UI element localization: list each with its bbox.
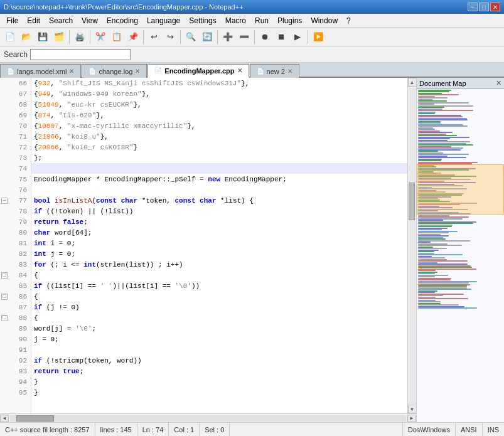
- tab-close-encoding[interactable]: ✕: [237, 67, 242, 74]
- run-button[interactable]: ▶️: [311, 29, 326, 45]
- map-line: [418, 132, 453, 133]
- code-line-68: {51949, "euc-kr csEUCKR"},: [31, 99, 407, 110]
- line-number-76: 76: [0, 184, 31, 195]
- code-line-84: {: [31, 270, 407, 280]
- line-number-90: 90: [0, 334, 31, 344]
- new-button[interactable]: 📄: [3, 29, 18, 45]
- doc-map-close-button[interactable]: ✕: [496, 79, 501, 87]
- menu-item-file[interactable]: File: [3, 15, 22, 26]
- print-button[interactable]: 🖨️: [72, 29, 87, 45]
- menu-item-view[interactable]: View: [78, 15, 102, 26]
- line-number-72: 72: [0, 142, 31, 152]
- code-line-87: if (j != 0): [31, 302, 407, 312]
- menu-item-settings[interactable]: Settings: [185, 15, 220, 26]
- token: }: [34, 389, 38, 396]
- open-button[interactable]: 📂: [19, 29, 34, 45]
- scroll-track[interactable]: [409, 87, 416, 404]
- map-line: [418, 107, 444, 108]
- token: "koi8_u": [67, 133, 100, 141]
- menu-item-run[interactable]: Run: [251, 15, 272, 26]
- scroll-right-button[interactable]: ▶: [407, 415, 416, 422]
- scroll-left-button[interactable]: ◀: [0, 415, 9, 422]
- tab-langs[interactable]: 📄langs.model.xml✕: [0, 64, 81, 78]
- undo-button[interactable]: ↩: [146, 29, 161, 45]
- h-scroll-thumb[interactable]: [16, 415, 54, 422]
- paste-button[interactable]: 📌: [126, 29, 141, 45]
- map-line: [418, 135, 457, 136]
- macro-play-button[interactable]: ▶: [290, 29, 305, 45]
- scroll-down-button[interactable]: ▼: [408, 405, 417, 413]
- macro-record-button[interactable]: ⏺: [257, 29, 272, 45]
- code-line-74: [31, 163, 407, 174]
- status-length: C++ source fil length : 8257: [0, 423, 95, 436]
- find-button[interactable]: 🔍: [183, 29, 198, 45]
- code-line-90: j = 0;: [31, 334, 407, 344]
- token: 949: [38, 90, 51, 98]
- save-button[interactable]: 💾: [35, 29, 50, 45]
- menu-item-?[interactable]: ?: [343, 15, 355, 26]
- token: ((list[i] ==: [42, 282, 100, 290]
- maximize-button[interactable]: □: [479, 3, 489, 11]
- token: =: [195, 176, 208, 183]
- zoom-out-button[interactable]: ➖: [237, 29, 252, 45]
- menu-item-window[interactable]: Window: [307, 15, 341, 26]
- code-line-89: word[j] = '\0';: [31, 323, 407, 334]
- vertical-scrollbar[interactable]: ▲ ▼: [407, 78, 416, 413]
- line-number-71: 71: [0, 131, 31, 142]
- token: *list): [217, 197, 245, 205]
- toolbar-sep-7: [308, 30, 308, 44]
- fold-button-77[interactable]: −: [1, 198, 8, 204]
- token: 932: [38, 80, 51, 87]
- redo-button[interactable]: ↪: [163, 29, 178, 45]
- copy-button[interactable]: 📋: [109, 29, 124, 45]
- cut-button[interactable]: ✂️: [93, 29, 108, 45]
- menu-item-language[interactable]: Language: [143, 15, 184, 26]
- menu-item-macro[interactable]: Macro: [222, 15, 250, 26]
- token: {: [34, 90, 38, 98]
- fold-button-86[interactable]: □: [1, 294, 8, 300]
- horizontal-scrollbar[interactable]: ◀ ▶: [0, 413, 416, 422]
- macro-stop-button[interactable]: ⏹: [274, 29, 289, 45]
- menu-item-search[interactable]: Search: [45, 15, 77, 26]
- scroll-up-button[interactable]: ▲: [408, 78, 417, 87]
- tab-close-new2[interactable]: ✕: [287, 68, 292, 75]
- line-numbers: 6667686970717273747576−77787980818283□84…: [0, 78, 31, 413]
- save-all-button[interactable]: 🗂️: [51, 29, 67, 45]
- token: 10007: [38, 122, 59, 130]
- scroll-thumb[interactable]: [409, 183, 415, 220]
- tab-close-change[interactable]: ✕: [135, 68, 140, 75]
- menu-item-encoding[interactable]: Encoding: [103, 15, 142, 26]
- close-button[interactable]: ✕: [490, 3, 500, 11]
- h-scroll-track[interactable]: [10, 415, 406, 422]
- token: int: [83, 261, 96, 269]
- map-line: [418, 298, 468, 299]
- token: i = 0;: [46, 240, 75, 247]
- map-viewport-indicator[interactable]: [417, 164, 504, 215]
- token: true: [63, 368, 79, 375]
- tab-label: new 2: [267, 68, 285, 75]
- token: {: [34, 314, 38, 322]
- tab-change[interactable]: 📄change.log✕: [82, 64, 147, 78]
- status-bar: C++ source fil length : 8257 lines : 145…: [0, 422, 504, 436]
- tab-icon: 📄: [88, 68, 96, 75]
- tab-new2[interactable]: 📄new 2✕: [250, 64, 299, 78]
- menu-item-edit[interactable]: Edit: [23, 15, 44, 26]
- replace-button[interactable]: 🔄: [200, 29, 215, 45]
- map-line: [418, 267, 472, 268]
- fold-button-84[interactable]: □: [1, 272, 8, 279]
- token: ,: [59, 133, 67, 141]
- code-line-79: return false;: [31, 216, 407, 227]
- fold-button-88[interactable]: □: [1, 315, 8, 321]
- code-content[interactable]: {932, "Shift_JIS MS_Kanji csShiftJIS csW…: [31, 78, 407, 413]
- code-line-76: [31, 184, 407, 195]
- zoom-in-button[interactable]: ➕: [220, 29, 235, 45]
- menu-item-plugins[interactable]: Plugins: [274, 15, 306, 26]
- map-line: [418, 295, 443, 296]
- tab-icon: 📄: [154, 67, 162, 74]
- minimize-button[interactable]: −: [468, 3, 478, 11]
- search-input[interactable]: [30, 49, 131, 60]
- map-line: [418, 282, 469, 284]
- token: [196, 197, 200, 205]
- tab-close-langs[interactable]: ✕: [69, 68, 74, 75]
- tab-encoding[interactable]: 📄EncodingMapper.cpp✕: [147, 64, 249, 78]
